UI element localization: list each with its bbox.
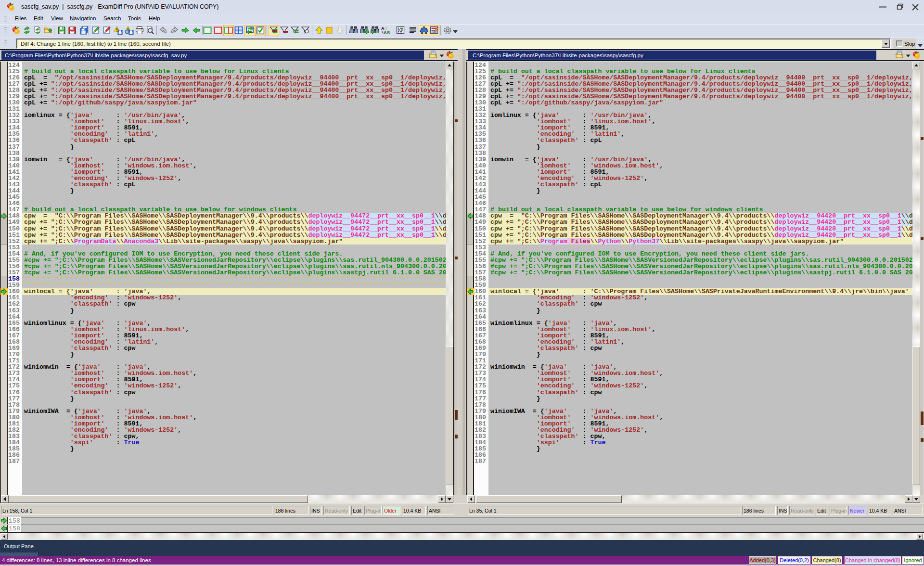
svg-text:B: B xyxy=(387,30,390,35)
svg-text:A: A xyxy=(384,30,387,35)
